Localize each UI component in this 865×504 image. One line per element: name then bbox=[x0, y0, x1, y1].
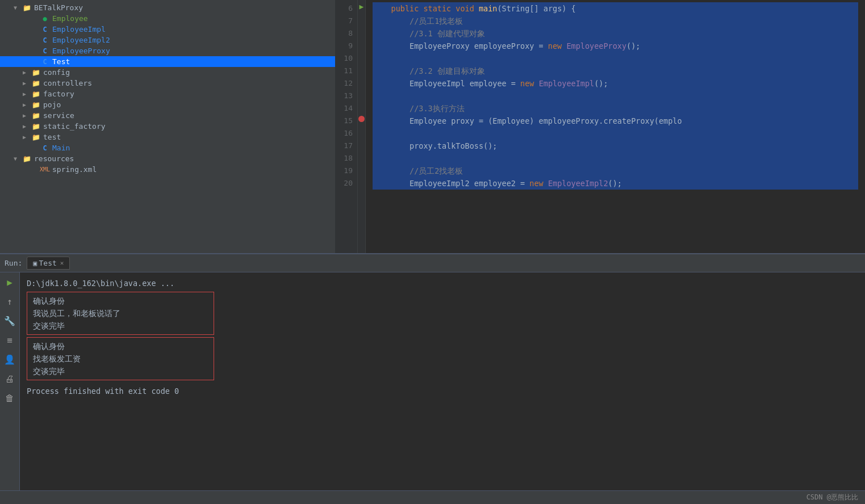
tree-label: Main bbox=[52, 144, 70, 152]
tree-label: EmployeeImpl2 bbox=[52, 36, 110, 44]
run-arrow-icon: ▶ bbox=[360, 2, 364, 11]
run-tab-test[interactable]: ▣ Test ✕ bbox=[27, 257, 70, 270]
folder-arrow: ▶ bbox=[23, 91, 31, 97]
folder-icon: 📁 bbox=[31, 133, 41, 141]
folder-arrow: ▶ bbox=[23, 80, 31, 86]
folder-arrow: ▶ bbox=[23, 102, 31, 108]
run-header: Run: ▣ Test ✕ bbox=[0, 254, 865, 272]
folder-arrow: ▶ bbox=[23, 112, 31, 119]
tree-label: service bbox=[43, 111, 74, 120]
process-finish-line: Process finished with exit code 0 bbox=[27, 385, 858, 397]
code-line-8: //3.1 创建代理对象 bbox=[373, 27, 858, 40]
tree-test[interactable]: C Test bbox=[0, 56, 335, 67]
folder-icon: 📁 bbox=[31, 101, 41, 109]
tree-label: Test bbox=[52, 57, 70, 66]
folder-arrow: ▼ bbox=[14, 5, 22, 11]
tree-label: BETalkProxy bbox=[34, 3, 83, 12]
tree-label: Employee bbox=[52, 14, 88, 23]
tree-label: EmployeeImpl bbox=[52, 25, 106, 33]
code-line-12: EmployeeImpl employee = new EmployeeImpl… bbox=[373, 77, 858, 90]
folder-icon: 📁 bbox=[31, 123, 41, 131]
run-output: D:\jdk1.8.0_162\bin\java.exe ... 确认身份 我说… bbox=[20, 272, 865, 490]
layout-icon[interactable]: ≡ bbox=[3, 334, 16, 346]
tree-label: test bbox=[43, 133, 61, 141]
folder-icon: 📁 bbox=[31, 79, 41, 87]
tree-employeeimpl[interactable]: C EmployeeImpl bbox=[0, 24, 335, 35]
interface-icon: ● bbox=[40, 15, 50, 23]
output-line-2-3: 交谈完毕 bbox=[33, 365, 208, 377]
wrench-icon[interactable]: 🔧 bbox=[3, 314, 16, 327]
run-label: Run: bbox=[5, 259, 22, 267]
code-line-11: //3.2 创建目标对象 bbox=[373, 65, 858, 77]
output-line-1-2: 我说员工，和老板说话了 bbox=[33, 307, 208, 320]
class-icon: C bbox=[40, 26, 50, 33]
run-panel: Run: ▣ Test ✕ ▶ ↑ 🔧 ≡ 👤 🖨 🗑 D:\jdk1.8.0_… bbox=[0, 253, 865, 490]
person-icon[interactable]: 👤 bbox=[3, 353, 16, 366]
xml-icon: XML bbox=[40, 166, 50, 174]
tree-pojo[interactable]: ▶ 📁 pojo bbox=[0, 99, 335, 110]
code-line-18 bbox=[373, 152, 858, 165]
tree-factory[interactable]: ▶ 📁 factory bbox=[0, 89, 335, 99]
code-line-20: EmployeeImpl2 employee2 = new EmployeeIm… bbox=[373, 177, 858, 190]
folder-icon: 📁 bbox=[31, 69, 41, 77]
code-line-7: //员工1找老板 bbox=[373, 15, 858, 27]
tree-controllers[interactable]: ▶ 📁 controllers bbox=[0, 78, 335, 89]
folder-arrow: ▶ bbox=[23, 123, 31, 129]
folder-arrow: ▶ bbox=[23, 134, 31, 140]
line-numbers: 6 7 8 9 10 11 12 13 14 15 16 17 18 19 20 bbox=[335, 0, 358, 253]
tree-label: resources bbox=[34, 154, 74, 163]
tree-label: EmployeeProxy bbox=[52, 47, 110, 55]
class-icon: C bbox=[40, 47, 50, 55]
status-bar: CSDN @恶熊比比 bbox=[0, 490, 865, 504]
output-block-2: 确认身份 找老板发工资 交谈完毕 bbox=[27, 337, 214, 380]
tree-label: controllers bbox=[43, 79, 92, 87]
folder-arrow: ▶ bbox=[23, 69, 31, 75]
code-line-17: proxy.talkToBoss(); bbox=[373, 140, 858, 152]
tree-employeeproxy[interactable]: C EmployeeProxy bbox=[0, 45, 335, 56]
output-line-2-2: 找老板发工资 bbox=[33, 352, 208, 365]
tree-label: spring.xml bbox=[52, 165, 97, 174]
tree-label: pojo bbox=[43, 100, 61, 109]
tree-employee[interactable]: ● Employee bbox=[0, 13, 335, 24]
tree-config[interactable]: ▶ 📁 config bbox=[0, 67, 335, 78]
tree-test-folder[interactable]: ▶ 📁 test bbox=[0, 132, 335, 142]
tree-employeeimpl2[interactable]: C EmployeeImpl2 bbox=[0, 35, 335, 45]
command-line: D:\jdk1.8.0_162\bin\java.exe ... bbox=[27, 277, 858, 289]
output-block-1: 确认身份 我说员工，和老板说话了 交谈完毕 bbox=[27, 292, 214, 335]
printer-icon[interactable]: 🖨 bbox=[3, 372, 16, 385]
tree-main[interactable]: C Main bbox=[0, 142, 335, 153]
folder-icon: 📁 bbox=[31, 112, 41, 120]
tree-spring-xml[interactable]: XML spring.xml bbox=[0, 164, 335, 175]
editor-gutter: ▶ bbox=[358, 0, 366, 253]
folder-icon: 📁 bbox=[31, 90, 41, 98]
tree-service[interactable]: ▶ 📁 service bbox=[0, 110, 335, 121]
code-line-13 bbox=[373, 90, 858, 102]
file-tree: ▼ 📁 BETalkProxy ● Employee C EmployeeImp… bbox=[0, 0, 335, 253]
tree-static-factory[interactable]: ▶ 📁 static_factory bbox=[0, 121, 335, 132]
class-icon: C bbox=[40, 58, 50, 66]
code-line-14: //3.3执行方法 bbox=[373, 102, 858, 115]
close-tab-icon[interactable]: ✕ bbox=[60, 259, 64, 267]
main-area: ▼ 📁 BETalkProxy ● Employee C EmployeeImp… bbox=[0, 0, 865, 253]
tree-label: factory bbox=[43, 90, 74, 98]
arrow-up-icon[interactable]: ↑ bbox=[3, 295, 16, 308]
class-icon: C bbox=[40, 36, 50, 44]
tree-label: static_factory bbox=[43, 122, 106, 131]
tree-resources[interactable]: ▼ 📁 resources bbox=[0, 153, 335, 164]
trash-icon[interactable]: 🗑 bbox=[3, 392, 16, 404]
run-sidebar: ▶ ↑ 🔧 ≡ 👤 🖨 🗑 bbox=[0, 272, 20, 490]
run-tab-label: Test bbox=[39, 259, 57, 267]
folder-icon: 📁 bbox=[22, 155, 32, 163]
code-line-19: //员工2找老板 bbox=[373, 165, 858, 177]
folder-icon: 📁 bbox=[22, 4, 32, 12]
run-body: ▶ ↑ 🔧 ≡ 👤 🖨 🗑 D:\jdk1.8.0_162\bin\java.e… bbox=[0, 272, 865, 490]
output-line-2-1: 确认身份 bbox=[33, 340, 208, 352]
play-icon[interactable]: ▶ bbox=[3, 276, 16, 288]
output-line-1-3: 交谈完毕 bbox=[33, 320, 208, 332]
tree-label: config bbox=[43, 68, 70, 77]
tree-betalkproxy[interactable]: ▼ 📁 BETalkProxy bbox=[0, 2, 335, 13]
code-editor: 6 7 8 9 10 11 12 13 14 15 16 17 18 19 20… bbox=[335, 0, 865, 253]
code-line-10 bbox=[373, 52, 858, 65]
output-line-1-1: 确认身份 bbox=[33, 295, 208, 307]
code-content: public static void main(String[] args) {… bbox=[366, 0, 865, 253]
